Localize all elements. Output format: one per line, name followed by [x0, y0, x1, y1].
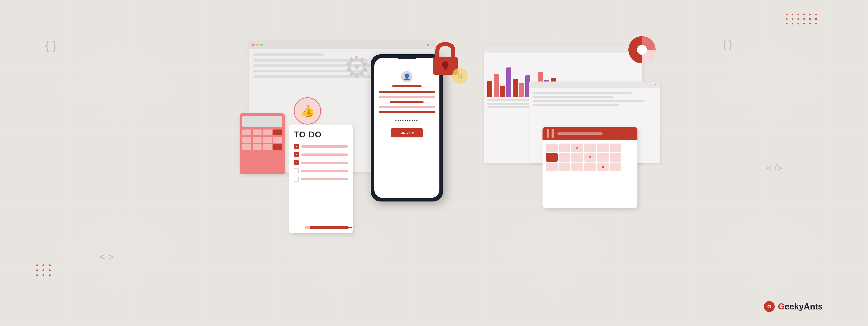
browser-titlebar-left — [249, 41, 434, 49]
calendar-header-content — [557, 132, 633, 135]
bracket-code-right-icon: < /> — [767, 163, 782, 173]
geekyants-logo-icon: G — [763, 301, 775, 313]
phone-notch — [397, 54, 417, 59]
phone-avatar-container: 👤 — [401, 71, 412, 85]
phone-field-2 — [379, 96, 435, 98]
cal-cell-9 — [559, 153, 570, 162]
phone-name-bar — [392, 85, 422, 87]
calc-btn-5 — [242, 137, 251, 143]
phone-field-4 — [379, 106, 435, 108]
bracket-code-bottom-icon: < > — [99, 251, 114, 263]
svg-point-3 — [637, 45, 647, 55]
calc-btn-11 — [263, 144, 272, 150]
bar-4 — [506, 67, 511, 97]
phone-field-3 — [390, 101, 424, 103]
browser-close-x-icon: ✕ — [426, 43, 430, 48]
bar-3 — [500, 86, 505, 97]
svg-rect-6 — [305, 226, 310, 229]
cal-cell-13 — [610, 153, 622, 162]
pie-chart — [624, 32, 660, 69]
phone-screen: 👤 •••••••••• SING UP — [374, 58, 439, 198]
cal-cell-8 — [546, 153, 558, 162]
calc-btn-12 — [273, 144, 282, 150]
todo-checkbox-3: ✓ — [294, 160, 299, 165]
cal-cell-6 — [610, 143, 622, 152]
geekyants-logo: G GeekyAnts — [763, 301, 823, 313]
calc-btn-8 — [273, 137, 282, 143]
calc-btn-2 — [253, 130, 262, 135]
cal-cell-21 — [622, 163, 634, 171]
dots-top-right — [786, 13, 818, 24]
calendar-grid — [542, 140, 638, 174]
calendar-handle-1 — [547, 129, 549, 138]
todo-item-3: ✓ — [294, 160, 348, 165]
phone-field-1 — [379, 91, 435, 93]
pencil — [303, 224, 352, 232]
svg-rect-10 — [444, 64, 447, 70]
browser-close-dot — [252, 44, 254, 46]
todo-checkbox-5 — [294, 176, 299, 182]
browser-min-dot — [256, 44, 258, 46]
calc-btn-1 — [242, 130, 251, 135]
main-scene: ✕ ⚙ ✕ — [185, 27, 683, 299]
todo-item-2: ✓ — [294, 152, 348, 157]
bar-6 — [519, 83, 524, 97]
svg-text:G: G — [767, 304, 771, 309]
todo-item-1: ✓ — [294, 144, 348, 149]
cal-cell-14 — [622, 153, 634, 162]
browser-x-icon-2: ✕ — [654, 83, 657, 86]
calculator — [240, 113, 285, 174]
cal-cell-4 — [584, 143, 596, 152]
calc-btn-4 — [273, 130, 282, 135]
calc-btn-9 — [242, 144, 251, 150]
calc-btn-3 — [263, 130, 272, 135]
gear-icon: ⚙ — [344, 50, 370, 84]
browser-line-1 — [253, 53, 324, 56]
calculator-buttons — [242, 130, 282, 150]
todo-checkbox-4 — [294, 168, 299, 173]
todo-line-3 — [301, 162, 348, 164]
calc-btn-7 — [263, 137, 272, 143]
bracket-left-icon: { } — [45, 38, 56, 52]
cal-cell-7 — [622, 143, 634, 152]
calendar-header-bar — [557, 132, 602, 135]
cal-cell-12 — [597, 153, 609, 162]
signup-button[interactable]: SING UP — [391, 128, 423, 137]
cal-cell-10 — [571, 153, 583, 162]
cal-cell-18 — [584, 163, 596, 171]
bar-5 — [513, 79, 518, 97]
calendar — [542, 127, 638, 208]
geekyants-text: GeekyAnts — [778, 302, 823, 311]
cal-cell-3 — [571, 143, 583, 152]
cal-cell-19 — [597, 163, 609, 171]
todo-line-2 — [301, 154, 348, 156]
browser-right-titlebar — [484, 45, 642, 53]
svg-rect-4 — [305, 226, 346, 229]
cal-cell-2 — [559, 143, 570, 152]
phone-password-dots: •••••••••• — [395, 118, 418, 123]
todo-item-4 — [294, 168, 348, 173]
cal-cell-15 — [546, 163, 558, 171]
thumbs-up-icon: 👍 — [301, 104, 314, 117]
phone-avatar-icon: 👤 — [403, 73, 410, 80]
todo-line-1 — [301, 145, 348, 147]
bar-1 — [487, 81, 492, 97]
todo-list: TO DO ✓ ✓ ✓ — [289, 125, 352, 233]
calc-btn-6 — [253, 137, 262, 143]
coin-symbol: $ — [458, 72, 462, 80]
cal-cell-1 — [546, 143, 558, 152]
cal-cell-20 — [610, 163, 622, 171]
browser-content-2 — [529, 88, 660, 112]
phone-avatar: 👤 — [401, 71, 412, 82]
todo-title: TO DO — [294, 130, 348, 139]
todo-checkbox-1: ✓ — [294, 144, 299, 149]
todo-line-4 — [301, 170, 348, 172]
cal-cell-5 — [597, 143, 609, 152]
bar-2 — [494, 74, 499, 97]
bracket-right-top-icon: { } — [723, 38, 733, 50]
todo-line-5 — [301, 178, 348, 180]
cal-cell-11 — [584, 153, 596, 162]
phone-field-5 — [379, 111, 435, 113]
dots-bottom-left — [36, 265, 52, 276]
calendar-handle-2 — [552, 129, 554, 138]
